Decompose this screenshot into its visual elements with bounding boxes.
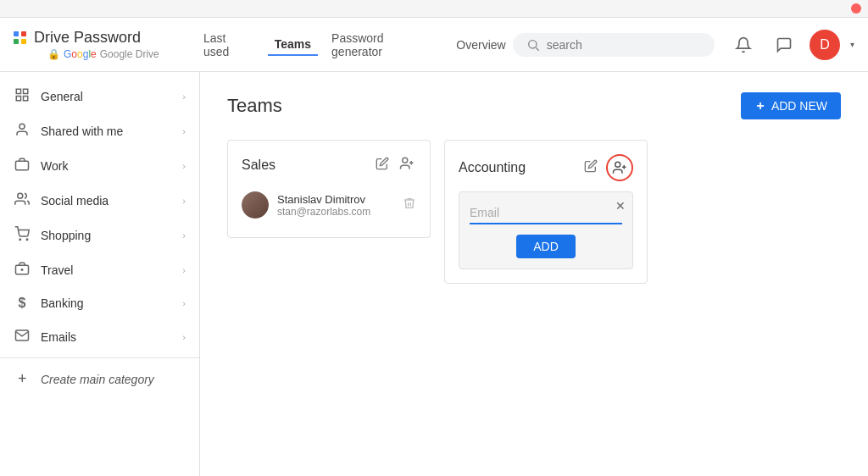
svg-point-16 <box>403 158 408 163</box>
svg-rect-4 <box>16 97 20 101</box>
add-member-popup-accounting: ✕ ADD <box>459 191 633 269</box>
svg-point-19 <box>615 162 620 167</box>
email-input-field[interactable] <box>470 202 622 224</box>
sidebar-item-emails[interactable]: Emails › <box>0 319 199 354</box>
general-icon <box>14 87 31 105</box>
content-area: Teams ADD NEW Sales <box>200 72 868 476</box>
window-close-button[interactable] <box>851 3 861 14</box>
sidebar-item-work[interactable]: Work › <box>0 148 199 183</box>
edit-team-accounting-button[interactable] <box>582 154 599 181</box>
sidebar-item-label-social: Social media <box>41 194 172 208</box>
main-nav: Last used Teams Password generator Overv… <box>197 28 513 62</box>
banking-icon: $ <box>14 296 31 311</box>
svg-point-8 <box>18 193 23 198</box>
svg-point-6 <box>19 124 25 129</box>
nav-password-generator[interactable]: Password generator <box>325 28 442 62</box>
team-name-sales: Sales <box>242 158 275 173</box>
svg-rect-3 <box>24 89 28 93</box>
search-bar <box>513 33 715 57</box>
app-title: Drive Password <box>34 29 141 47</box>
edit-team-sales-button[interactable] <box>374 154 391 176</box>
member-email-stanislav: stan@razorlabs.com <box>277 206 370 218</box>
add-member-submit-button[interactable]: ADD <box>516 235 576 258</box>
search-icon <box>526 38 540 52</box>
create-icon: + <box>14 370 31 388</box>
chevron-icon-social: › <box>182 196 186 206</box>
logo-area: Drive Password 🔒 Google Google Drive <box>14 29 183 60</box>
chat-icon <box>776 36 793 53</box>
add-person-icon-accounting <box>612 160 627 175</box>
edit-icon <box>376 157 389 170</box>
sidebar-item-label-banking: Banking <box>41 296 172 310</box>
chevron-icon-banking: › <box>182 298 186 308</box>
sidebar-item-travel[interactable]: Travel › <box>0 252 199 287</box>
member-row-stanislav: Stanislav Dimitrov stan@razorlabs.com <box>242 186 416 224</box>
page-title: Teams <box>227 95 282 117</box>
member-avatar-img-stanislav <box>242 191 269 219</box>
teams-grid: Sales <box>227 140 841 284</box>
nav-last-used[interactable]: Last used <box>197 28 261 62</box>
chevron-icon-travel: › <box>182 265 186 275</box>
chat-button[interactable] <box>769 30 799 60</box>
member-details-stanislav: Stanislav Dimitrov stan@razorlabs.com <box>277 193 370 218</box>
sidebar: General › Shared with me › Work › Social… <box>0 72 200 476</box>
plus-icon <box>754 100 766 112</box>
bell-icon <box>735 36 752 53</box>
team-card-header-sales: Sales <box>242 154 416 176</box>
add-new-button[interactable]: ADD NEW <box>741 92 841 119</box>
lock-icon: 🔒 <box>47 48 60 60</box>
sidebar-item-label-shopping: Shopping <box>41 229 172 242</box>
svg-point-9 <box>19 239 21 241</box>
sidebar-item-label-emails: Emails <box>41 330 172 344</box>
sidebar-create-category[interactable]: + Create main category <box>0 362 199 396</box>
delete-member-stanislav-button[interactable] <box>403 196 416 213</box>
team-card-sales: Sales <box>227 140 431 238</box>
work-icon <box>14 157 31 174</box>
svg-point-10 <box>26 239 28 241</box>
chevron-icon-shared: › <box>182 126 186 136</box>
window-chrome <box>0 0 868 18</box>
svg-rect-7 <box>16 161 29 170</box>
shopping-icon <box>14 226 31 244</box>
main-area: General › Shared with me › Work › Social… <box>0 72 868 476</box>
avatar-dropdown-caret[interactable]: ▾ <box>850 40 854 49</box>
team-card-header-accounting: Accounting <box>459 154 633 181</box>
edit-icon-accounting <box>584 159 598 173</box>
sidebar-item-general[interactable]: General › <box>0 79 199 113</box>
sidebar-item-shared[interactable]: Shared with me › <box>0 113 199 148</box>
sidebar-item-social[interactable]: Social media › <box>0 183 199 218</box>
logo-title: Drive Password <box>14 29 183 47</box>
sidebar-create-label: Create main category <box>41 373 186 386</box>
google-squares-icon <box>14 31 27 45</box>
team-card-accounting: Accounting ✕ ADD <box>444 140 648 284</box>
nav-teams[interactable]: Teams <box>268 34 318 56</box>
content-header: Teams ADD NEW <box>227 92 841 119</box>
popup-close-button[interactable]: ✕ <box>615 199 626 213</box>
sidebar-item-banking[interactable]: $ Banking › <box>0 287 199 319</box>
member-name-stanislav: Stanislav Dimitrov <box>277 193 370 206</box>
sidebar-item-shopping[interactable]: Shopping › <box>0 218 199 252</box>
trash-icon <box>403 196 416 210</box>
notifications-button[interactable] <box>728 30 759 60</box>
chevron-icon-emails: › <box>182 332 186 342</box>
sidebar-item-label-shared: Shared with me <box>41 125 172 138</box>
sidebar-item-label-travel: Travel <box>41 263 172 277</box>
team-name-accounting: Accounting <box>459 160 526 175</box>
team-actions-sales <box>374 154 416 176</box>
user-avatar[interactable]: D <box>810 30 840 60</box>
member-info-stanislav: Stanislav Dimitrov stan@razorlabs.com <box>242 191 370 219</box>
emails-icon <box>14 328 31 346</box>
member-avatar-stanislav <box>242 191 269 219</box>
chevron-icon-general: › <box>182 91 186 102</box>
logo-sub: 🔒 Google Google Drive <box>14 48 183 60</box>
add-member-sales-button[interactable] <box>398 154 416 176</box>
svg-line-1 <box>536 47 539 51</box>
svg-rect-2 <box>16 89 20 93</box>
social-icon <box>14 191 31 209</box>
topbar: Drive Password 🔒 Google Google Drive Las… <box>0 18 868 72</box>
add-member-accounting-button[interactable] <box>606 154 633 181</box>
chevron-icon-work: › <box>182 161 186 171</box>
nav-overview[interactable]: Overview <box>449 35 512 55</box>
search-input[interactable] <box>547 38 701 52</box>
sidebar-item-label-general: General <box>41 90 172 103</box>
